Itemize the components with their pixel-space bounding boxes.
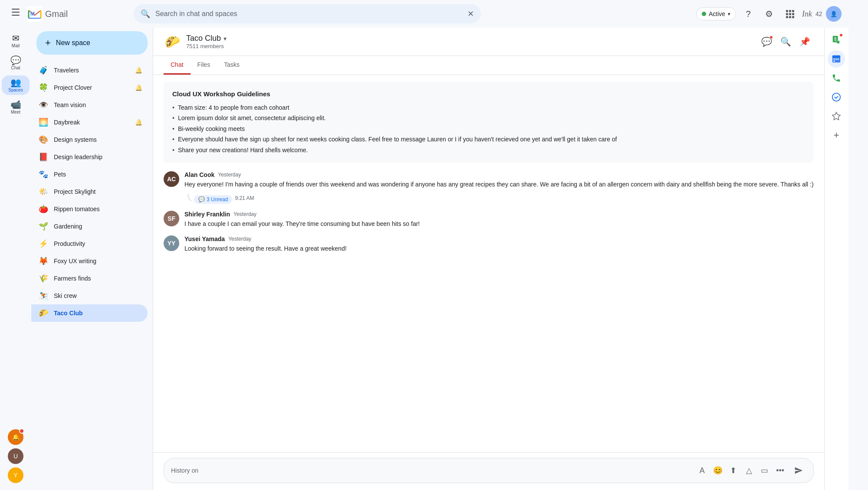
daybreak-emoji: 🌅 <box>38 117 49 127</box>
upload-button[interactable]: ⬆ <box>727 464 740 477</box>
sidebar-item-mail[interactable]: ✉ Mail <box>2 31 30 51</box>
unread-badge[interactable]: 💬 3 Unread <box>194 195 232 204</box>
thread-badge <box>769 36 773 39</box>
calendar-app-icon[interactable] <box>828 50 845 68</box>
search-input[interactable] <box>155 10 462 18</box>
user-avatar-1[interactable]: U <box>8 448 23 464</box>
send-button[interactable] <box>791 463 806 478</box>
search-chat-icon: 🔍 <box>780 36 791 47</box>
sidebar-item-taco-club[interactable]: 🌮 Taco Club <box>31 304 148 322</box>
alan-cook-text: Hey everyone! I'm having a couple of fri… <box>184 180 814 189</box>
drive-button[interactable]: △ <box>742 464 756 477</box>
svg-rect-17 <box>832 56 840 58</box>
star-app-icon[interactable] <box>828 108 845 125</box>
design-systems-emoji: 🎨 <box>38 134 49 145</box>
guideline-item-4: • Everyone should have the sign up sheet… <box>172 134 805 144</box>
hamburger-menu[interactable] <box>7 3 24 21</box>
sidebar-item-rippen-tomatoes[interactable]: 🍅 Rippen tomatoes <box>31 200 148 218</box>
space-name-text: Taco Club <box>186 34 221 43</box>
sidebar-item-daybreak[interactable]: 🌅 Daybreak 🔔 <box>31 114 148 131</box>
sidebar-item-design-leadership[interactable]: 📕 Design leadership <box>31 148 148 166</box>
topbar-right: Active ▾ ? ⚙ <box>696 5 842 23</box>
alan-cook-avatar: AC <box>164 171 179 187</box>
more-options-button[interactable]: ••• <box>773 464 787 477</box>
spaces-icon: 👥 <box>10 78 21 87</box>
tab-chat[interactable]: Chat <box>164 56 191 75</box>
notification-badge <box>19 428 24 434</box>
space-name[interactable]: Taco Club ▾ <box>186 34 753 43</box>
chat-header: 🌮 Taco Club ▾ 7511 members 💬 🔍 <box>153 28 824 56</box>
gmail-logo: M <box>27 6 43 22</box>
space-name-chevron-icon: ▾ <box>224 35 227 42</box>
taco-club-emoji: 🌮 <box>38 308 49 318</box>
sidebar-item-project-skylight[interactable]: 🌤️ Project Skylight <box>31 183 148 200</box>
svg-rect-7 <box>792 13 794 15</box>
search-bar: 🔍 ✕ <box>134 4 481 23</box>
rippen-tomatoes-label: Rippen tomatoes <box>54 206 142 212</box>
sidebar-item-spaces[interactable]: 👥 Spaces <box>2 75 30 95</box>
sidebar-item-pets[interactable]: 🐾 Pets <box>31 166 148 183</box>
tasks-app-icon[interactable] <box>828 88 845 106</box>
notification-avatar[interactable]: 🔔 <box>8 429 23 445</box>
gardening-emoji: 🌱 <box>38 221 49 232</box>
format-text-button[interactable]: A <box>695 464 709 477</box>
svg-rect-8 <box>786 16 788 18</box>
gmail-text: Gmail <box>45 9 68 19</box>
user-avatar-2[interactable]: Y <box>8 467 23 483</box>
sidebar-item-farmers-finds[interactable]: 🌾 Farmers finds <box>31 270 148 287</box>
alan-cook-header: Alan Cook Yesterday <box>184 171 814 178</box>
mail-label: Mail <box>12 43 20 48</box>
video-button[interactable]: ▭ <box>758 464 772 477</box>
foxy-ux-writing-label: Foxy UX writing <box>54 258 142 265</box>
sidebar-item-productivity[interactable]: ⚡ Productivity <box>31 235 148 252</box>
new-space-plus-icon: + <box>45 37 51 49</box>
phone-app-icon[interactable] <box>828 69 845 87</box>
tab-files[interactable]: Files <box>191 56 217 75</box>
pets-label: Pets <box>54 171 142 178</box>
bullet-1: • <box>172 103 174 112</box>
emoji-button[interactable]: 😊 <box>711 464 725 477</box>
sidebar-item-meet[interactable]: 📹 Meet <box>2 98 30 117</box>
apps-button[interactable] <box>781 5 799 23</box>
help-button[interactable]: ? <box>740 5 757 23</box>
svg-text:M: M <box>30 11 35 17</box>
send-icon <box>794 466 803 475</box>
sidebar-item-foxy-ux-writing[interactable]: 🦊 Foxy UX writing <box>31 252 148 270</box>
pin-button[interactable]: 📌 <box>796 33 814 50</box>
input-placeholder-text[interactable]: History on <box>171 467 692 474</box>
sidebar-item-ski-crew[interactable]: ⛷️ Ski crew <box>31 287 148 304</box>
new-space-button[interactable]: + New space <box>36 31 148 55</box>
ski-crew-emoji: ⛷️ <box>38 291 49 301</box>
guideline-text-3: Bi-weekly cooking meets <box>178 124 245 134</box>
pets-emoji: 🐾 <box>38 169 49 180</box>
sidebar-item-team-vision[interactable]: 👁️ Team vision <box>31 96 148 114</box>
tasks-svg-icon <box>832 92 841 102</box>
sheets-app-icon[interactable] <box>828 31 845 49</box>
farmers-finds-label: Farmers finds <box>54 275 142 282</box>
search-chat-button[interactable]: 🔍 <box>777 33 795 50</box>
icon-rail: ✉ Mail 💬 Chat 👥 Spaces 📹 Meet 🔔 <box>0 28 31 490</box>
chat-label: Chat <box>11 65 20 70</box>
svg-rect-21 <box>834 61 835 62</box>
add-app-icon[interactable]: + <box>828 127 845 144</box>
user-avatar[interactable]: 👤 <box>826 6 842 22</box>
sidebar-item-gardening[interactable]: 🌱 Gardening <box>31 218 148 235</box>
right-panel: + <box>824 28 848 490</box>
tab-tasks[interactable]: Tasks <box>217 56 247 75</box>
guideline-item-1: • Team size: 4 to people from each cohoa… <box>172 103 805 112</box>
shirley-franklin-content: Shirley Franklin Yesterday I have a coup… <box>184 211 814 229</box>
search-clear-icon[interactable]: ✕ <box>467 9 474 19</box>
sidebar-item-chat[interactable]: 💬 Chat <box>2 53 30 73</box>
settings-button[interactable]: ⚙ <box>760 5 778 23</box>
sidebar-item-design-systems[interactable]: 🎨 Design systems <box>31 131 148 148</box>
status-button[interactable]: Active ▾ <box>696 7 736 20</box>
sidebar-item-travelers[interactable]: 🧳 Travelers 🔔 <box>31 62 148 79</box>
svg-rect-14 <box>835 40 837 40</box>
apps-grid-icon <box>786 10 794 18</box>
thread-icon-button[interactable]: 💬 <box>758 33 776 50</box>
sidebar: + New space 🧳 Travelers 🔔 🍀 Project Clov… <box>31 28 153 490</box>
ink-label: Ink <box>802 10 812 19</box>
sidebar-item-project-clover[interactable]: 🍀 Project Clover 🔔 <box>31 79 148 96</box>
svg-rect-19 <box>835 59 837 60</box>
svg-rect-3 <box>789 10 791 12</box>
